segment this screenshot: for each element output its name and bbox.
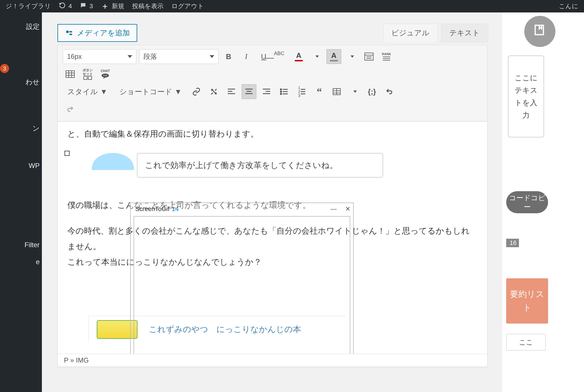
new-label: 新規 bbox=[112, 2, 124, 10]
redo-button[interactable] bbox=[63, 102, 78, 117]
strike-button[interactable]: ABC bbox=[274, 49, 289, 64]
summary-list-button[interactable]: 要約リスト bbox=[506, 278, 548, 324]
bold-button[interactable]: B bbox=[221, 49, 236, 64]
editor-statusbar: P » IMG bbox=[57, 354, 488, 367]
svg-point-17 bbox=[105, 75, 106, 76]
logout-label: ログアウト bbox=[171, 2, 204, 10]
notification-badge: 3 bbox=[0, 64, 9, 73]
svg-rect-8 bbox=[66, 71, 74, 77]
bookmark-button[interactable] bbox=[524, 16, 555, 47]
align-center-button[interactable] bbox=[242, 84, 256, 99]
comment-icon bbox=[80, 2, 87, 10]
shortcode-dropdown[interactable]: ショートコード ▼ bbox=[115, 84, 186, 99]
highlight-dropdown[interactable] bbox=[344, 49, 359, 64]
view-post[interactable]: 投稿を表示 bbox=[132, 2, 164, 10]
sidebar-item-settings[interactable]: 設定 bbox=[0, 18, 42, 36]
editor-toolbar: 16px 段落 B I U ABC A A bbox=[57, 45, 488, 121]
blockquote-button[interactable]: “ bbox=[312, 84, 327, 99]
button-set-button[interactable]: ボタン セット bbox=[80, 67, 95, 81]
text-color-dropdown[interactable] bbox=[309, 49, 324, 64]
book-link[interactable]: これずみのやつ にっこりなかんじの本 bbox=[149, 322, 301, 337]
ordered-list-button[interactable]: 123 bbox=[294, 84, 309, 99]
sidebar-item-filter[interactable]: Filter bbox=[0, 236, 42, 253]
admin-sidebar: 設定 3 わせ ン WP Filter e bbox=[0, 12, 42, 392]
svg-rect-13 bbox=[84, 76, 87, 79]
view-post-label: 投稿を表示 bbox=[132, 2, 164, 10]
code-button[interactable]: {;} bbox=[364, 84, 379, 99]
code-copy-button[interactable]: コードコピー bbox=[506, 191, 548, 213]
sidebar-item-wase[interactable]: わせ bbox=[0, 73, 42, 91]
svg-point-28 bbox=[280, 89, 282, 90]
editor-tabs: ビジュアル テキスト bbox=[383, 24, 488, 42]
new-item[interactable]: ＋ 新規 bbox=[101, 1, 124, 12]
site-name[interactable]: ジ！ライブラリ bbox=[6, 2, 51, 10]
chat-button[interactable]: CHAT bbox=[98, 67, 113, 81]
sidebar-item-e[interactable]: e bbox=[0, 253, 42, 270]
table-insert-button[interactable] bbox=[63, 67, 78, 81]
sidebar-item-wp[interactable]: WP bbox=[0, 157, 42, 174]
refresh-icon bbox=[59, 2, 66, 10]
count-tag: 16 bbox=[506, 239, 519, 247]
link-button[interactable] bbox=[189, 84, 204, 99]
rank-button[interactable]: RANK bbox=[379, 49, 394, 64]
font-size-select[interactable]: 16px bbox=[63, 49, 136, 64]
comments-count: 3 bbox=[89, 3, 93, 10]
content-line: と、自動で編集＆保存用の画面に切り替わります。 bbox=[67, 126, 478, 142]
media-icon bbox=[65, 29, 73, 37]
sidebar-item-badge[interactable]: 3 bbox=[0, 64, 42, 73]
avatar-icon bbox=[92, 153, 134, 170]
resize-handle[interactable] bbox=[65, 151, 70, 156]
here-widget[interactable]: ここ bbox=[506, 334, 546, 351]
comments-item[interactable]: 3 bbox=[80, 2, 93, 10]
align-left-button[interactable] bbox=[224, 84, 239, 99]
site-name-label: ジ！ライブラリ bbox=[6, 2, 51, 10]
svg-point-0 bbox=[66, 30, 69, 33]
svg-rect-14 bbox=[88, 76, 92, 79]
editor-main: メディアを追加 ビジュアル テキスト 16px 段落 B bbox=[42, 12, 502, 392]
body-text: 僕の職場は、こんなことを上司が言ってくれるような環境です。 bbox=[67, 197, 478, 213]
add-media-label: メディアを追加 bbox=[77, 28, 130, 38]
greeting: こんに bbox=[559, 2, 578, 10]
speech-bubble: これで効率が上げて働き方改革をしてくださいね。 bbox=[137, 153, 383, 178]
sidebar-item-n[interactable]: ン bbox=[0, 119, 42, 137]
svg-point-30 bbox=[280, 91, 282, 92]
align-right-button[interactable] bbox=[259, 84, 274, 99]
text-placeholder-widget[interactable]: ここにテキストを入力 bbox=[508, 55, 544, 137]
undo-button[interactable] bbox=[382, 84, 397, 99]
paragraph-select[interactable]: 段落 bbox=[139, 49, 218, 64]
dom-path[interactable]: P » IMG bbox=[64, 356, 89, 364]
highlight-button[interactable]: A bbox=[327, 49, 341, 64]
plus-icon: ＋ bbox=[101, 1, 109, 12]
italic-button[interactable]: I bbox=[239, 49, 254, 64]
tab-visual[interactable]: ビジュアル bbox=[383, 24, 438, 42]
body-text: これって本当ににっこりなかんじなんでしょうか？ bbox=[67, 254, 478, 270]
add-media-button[interactable]: メディアを追加 bbox=[57, 24, 137, 42]
selected-image-block[interactable]: これで効率が上げて働き方改革をしてくださいね。 僕の職場は、こんなことを上司が言… bbox=[67, 153, 478, 342]
logout[interactable]: ログアウト bbox=[171, 2, 204, 10]
svg-point-32 bbox=[280, 93, 282, 94]
refresh-count: 4 bbox=[68, 3, 72, 10]
editor-canvas[interactable]: と、自動で編集＆保存用の画面に切り替わります。 これで効率が上げて働き方改革をし… bbox=[57, 121, 488, 354]
kitchen-sink-button[interactable] bbox=[362, 49, 376, 64]
table-button[interactable] bbox=[329, 84, 344, 99]
book-thumbnail bbox=[97, 320, 138, 339]
unordered-list-button[interactable] bbox=[277, 84, 291, 99]
bookmark-icon bbox=[533, 23, 547, 40]
admin-bar: ジ！ライブラリ 4 3 ＋ 新規 投稿を表示 ログアウト こんに bbox=[0, 0, 584, 12]
right-rail: ここにテキストを入力 コードコピー 16 要約リスト ここ bbox=[502, 12, 584, 392]
editor-topbar: メディアを追加 ビジュアル テキスト bbox=[42, 12, 491, 42]
placeholder-text: ここにテキストを入力 bbox=[514, 72, 538, 122]
refresh-item[interactable]: 4 bbox=[59, 2, 72, 10]
chevron-down-icon bbox=[210, 55, 214, 58]
table-dropdown[interactable] bbox=[347, 84, 362, 99]
style-dropdown[interactable]: スタイル ▼ bbox=[63, 84, 112, 99]
book-card[interactable]: これずみのやつ にっこりなかんじの本 bbox=[88, 316, 346, 343]
chevron-down-icon bbox=[128, 55, 132, 58]
underline-button[interactable]: U bbox=[256, 49, 271, 64]
svg-point-16 bbox=[104, 75, 104, 76]
unlink-button[interactable] bbox=[207, 84, 221, 99]
svg-point-18 bbox=[106, 75, 107, 76]
text-color-button[interactable]: A bbox=[291, 49, 306, 64]
body-text: 今の時代、割と多くの会社がこんな感じで、あなたも「自分の会社ホワイトじゃん！」と… bbox=[67, 223, 478, 254]
tab-text[interactable]: テキスト bbox=[441, 24, 488, 42]
